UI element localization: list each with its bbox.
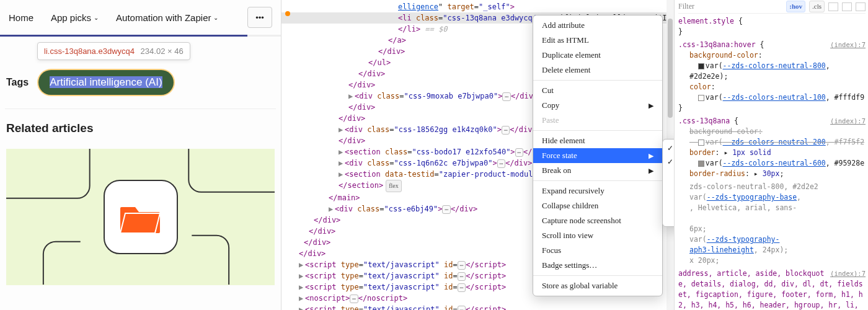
menu-cut[interactable]: Cut — [533, 83, 662, 98]
filter-label[interactable]: Filter — [678, 1, 694, 12]
tag-pill-ai[interactable]: Artificial intelligence (AI) — [38, 70, 173, 95]
state-visited[interactable]: :visited — [663, 183, 675, 197]
folder-icon-container — [104, 180, 178, 254]
menu-capture-screenshot[interactable]: Capture node screenshot — [533, 213, 662, 228]
dots-icon: ••• — [255, 13, 264, 22]
rule-obscured: zds-colors-neutral-800, #2d2e2 var(--zds… — [678, 182, 866, 266]
menu-collapse-children[interactable]: Collapse children — [533, 198, 662, 213]
menu-add-attribute[interactable]: Add attribute — [533, 18, 662, 33]
divider — [5, 108, 276, 109]
chevron-down-icon: ⌄ — [213, 14, 218, 21]
flex-badge[interactable]: flex — [386, 180, 402, 192]
color-swatch[interactable] — [698, 140, 704, 146]
hov-toggle[interactable]: :hov — [786, 1, 805, 12]
force-state-submenu: :active :hover :focus :visited :focus-wi… — [662, 139, 675, 227]
tags-label: Tags — [6, 77, 29, 88]
chevron-down-icon: ⌄ — [94, 14, 99, 21]
cls-toggle[interactable]: .cls — [809, 1, 825, 12]
state-focus-visible[interactable]: :focus-visible — [663, 210, 675, 224]
chevron-right-icon: ▶ — [649, 152, 653, 160]
menu-force-state[interactable]: Force state▶ — [533, 148, 662, 163]
tooltip-selector: li.css-13q8ana.e3dwycq4 — [44, 46, 135, 56]
menu-break-on[interactable]: Break on▶ — [533, 163, 662, 178]
rule-user-agent[interactable]: (index):7 address, article, aside, block… — [678, 268, 866, 310]
chevron-right-icon: ▶ — [649, 102, 653, 110]
breakpoint-dot[interactable] — [285, 11, 290, 16]
color-swatch[interactable] — [698, 63, 704, 69]
menu-duplicate-element[interactable]: Duplicate element — [533, 48, 662, 63]
rule-hover[interactable]: (index):7 .css-13q8ana:hover { backgroun… — [678, 40, 866, 113]
menu-copy[interactable]: Copy▶ — [533, 98, 662, 113]
color-swatch[interactable] — [698, 95, 704, 101]
site-nav: Home App picks ⌄ Automation with Zapier … — [0, 0, 281, 35]
folder-icon — [119, 198, 162, 236]
computed-icon[interactable] — [842, 2, 852, 11]
source-link[interactable]: (index):7 — [830, 268, 866, 279]
styles-toolbar: Filter :hov .cls — [678, 0, 866, 14]
menu-hide-element[interactable]: Hide element — [533, 133, 662, 148]
menu-scroll-into-view[interactable]: Scroll into view — [533, 228, 662, 243]
state-hover[interactable]: :hover — [663, 156, 675, 169]
inspector-tooltip: li.css-13q8ana.e3dwycq4 234.02 × 46 — [37, 42, 190, 60]
styles-panel: Filter :hov .cls element.style {} (index… — [675, 0, 868, 310]
menu-badge-settings[interactable]: Badge settings… — [533, 258, 662, 273]
source-link[interactable]: (index):7 — [830, 40, 866, 50]
more-menu-button[interactable]: ••• — [247, 7, 272, 28]
nav-home[interactable]: Home — [9, 12, 33, 23]
chevron-right-icon: ▶ — [649, 167, 653, 175]
menu-expand-recursively[interactable]: Expand recursively — [533, 184, 662, 198]
state-focus[interactable]: :focus — [663, 169, 675, 183]
state-focus-within[interactable]: :focus-within — [663, 197, 675, 210]
elements-panel: elligence" target="_self"> <li class="cs… — [281, 0, 675, 310]
menu-edit-as-html[interactable]: Edit as HTML — [533, 33, 662, 48]
article-card[interactable] — [6, 149, 275, 285]
menu-delete-element[interactable]: Delete element — [533, 63, 662, 78]
progress-bar — [0, 35, 281, 37]
rule-base[interactable]: (index):7 .css-13q8ana { background-colo… — [678, 116, 866, 179]
tooltip-dimensions: 234.02 × 46 — [141, 46, 184, 56]
menu-store-as-global[interactable]: Store as global variable — [533, 278, 662, 293]
new-rule-icon[interactable] — [828, 2, 838, 11]
rule-element-style[interactable]: element.style {} — [678, 16, 866, 37]
more-icon[interactable] — [856, 2, 866, 11]
nav-automation[interactable]: Automation with Zapier ⌄ — [116, 12, 218, 23]
nav-app-picks[interactable]: App picks ⌄ — [51, 12, 99, 23]
website-panel: Home App picks ⌄ Automation with Zapier … — [0, 0, 281, 310]
menu-focus[interactable]: Focus — [533, 243, 662, 258]
related-articles-heading: Related articles — [0, 113, 281, 144]
color-swatch[interactable] — [698, 161, 704, 167]
state-active[interactable]: :active — [663, 142, 675, 156]
menu-paste: Paste — [533, 113, 662, 128]
context-menu: Add attribute Edit as HTML Duplicate ele… — [533, 15, 663, 296]
source-link[interactable]: (index):7 — [830, 116, 866, 126]
